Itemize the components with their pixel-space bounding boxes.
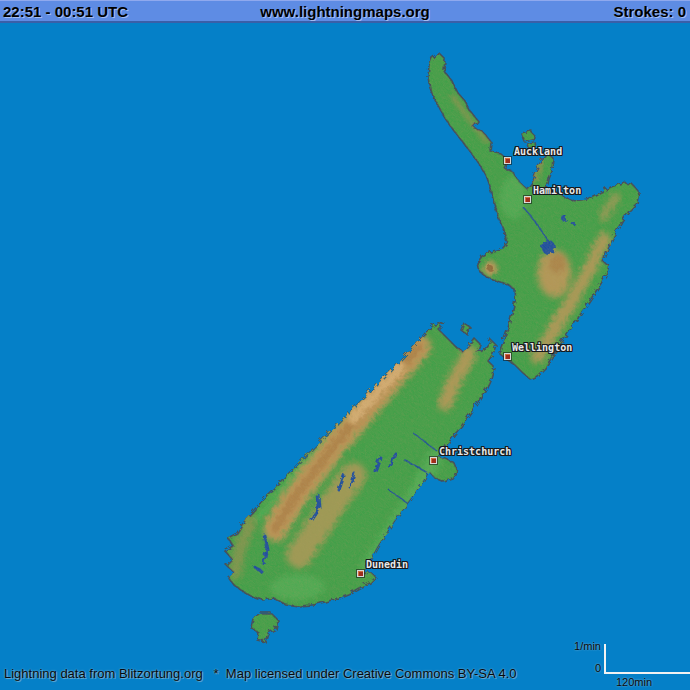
legend-x-axis — [604, 672, 690, 674]
city-marker-wellington — [504, 353, 511, 360]
stroke-rate-legend: 1/min 0 120min — [560, 636, 690, 690]
legend-x-label: 120min — [616, 676, 652, 688]
site-title: www.lightningmaps.org — [260, 3, 429, 20]
legend-ymin-label: 0 — [560, 662, 601, 674]
legend-ymax-label: 1/min — [560, 640, 601, 652]
header-bar: 22:51 - 00:51 UTC www.lightningmaps.org … — [0, 0, 690, 23]
city-marker-dunedin — [357, 570, 364, 577]
lightningmaps-app: 22:51 - 00:51 UTC www.lightningmaps.org … — [0, 0, 690, 690]
strokes-counter: Strokes: 0 — [613, 3, 686, 20]
city-label-wellington: Wellington — [512, 342, 572, 353]
legend-y-axis — [604, 644, 606, 673]
lightning-map[interactable] — [0, 0, 690, 690]
city-marker-christchurch — [430, 457, 437, 464]
city-label-christchurch: Christchurch — [439, 446, 511, 457]
attribution-text: Lightning data from Blitzortung.org * Ma… — [4, 666, 517, 681]
city-label-dunedin: Dunedin — [366, 559, 408, 570]
city-marker-auckland — [504, 157, 511, 164]
time-range: 22:51 - 00:51 UTC — [3, 3, 128, 20]
city-marker-hamilton — [524, 196, 531, 203]
city-label-auckland: Auckland — [514, 146, 562, 157]
city-label-hamilton: Hamilton — [533, 185, 581, 196]
